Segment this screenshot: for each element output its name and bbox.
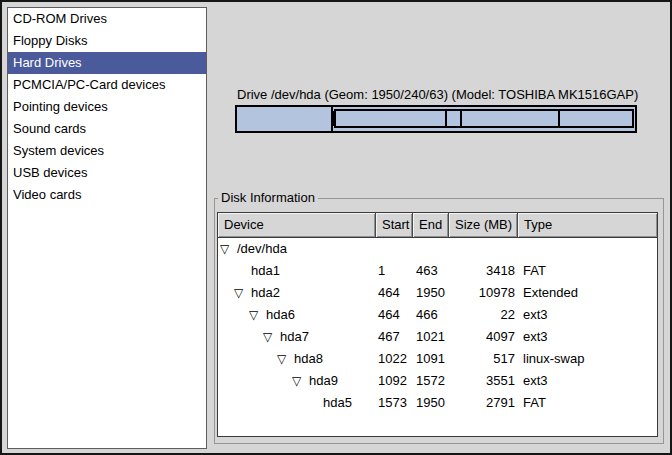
table-row-hda8[interactable]: ▽ hda8 1022 1091 517 linux-swap (218, 348, 657, 370)
table-body: ▽ /dev/hda hda1 1 463 3418 (218, 238, 657, 436)
type-cell (518, 238, 657, 260)
start-cell (376, 238, 413, 260)
end-cell: 1950 (413, 282, 449, 304)
start-cell: 1573 (376, 392, 413, 414)
device-label: hda7 (280, 326, 309, 348)
table-header-row: Device Start End Size (MB) Type (218, 213, 657, 238)
sidebar-item-hard-drives[interactable]: Hard Drives (8, 52, 206, 74)
size-cell: 22 (449, 304, 518, 326)
sidebar-item-pointing-devices[interactable]: Pointing devices (8, 96, 206, 118)
type-cell: ext3 (518, 304, 657, 326)
column-header-end[interactable]: End (413, 213, 449, 237)
sidebar-item-pcmcia-devices[interactable]: PCMCIA/PC-Card devices (8, 74, 206, 96)
device-cell: ▽ /dev/hda (218, 238, 376, 260)
expander-open-icon[interactable]: ▽ (292, 370, 309, 392)
table-row-hda5[interactable]: hda5 1573 1950 2791 FAT (218, 392, 657, 414)
device-cell: hda1 (218, 260, 376, 282)
device-cell: ▽ hda2 (218, 282, 376, 304)
logical-boundary-hda9 (558, 111, 560, 126)
logical-boundary-hda7 (445, 111, 447, 126)
device-cell: ▽ hda9 (218, 370, 376, 392)
end-cell: 463 (413, 260, 449, 282)
size-cell (449, 238, 518, 260)
expander-open-icon[interactable]: ▽ (220, 238, 237, 260)
size-cell: 3551 (449, 370, 518, 392)
start-cell: 1022 (376, 348, 413, 370)
device-cell: ▽ hda7 (218, 326, 376, 348)
device-label: hda1 (251, 260, 280, 282)
device-cell: hda5 (218, 392, 376, 414)
device-cell: ▽ hda8 (218, 348, 376, 370)
start-cell: 1 (376, 260, 413, 282)
end-cell: 466 (413, 304, 449, 326)
hardware-browser-window: CD-ROM Drives Floppy Disks Hard Drives P… (0, 0, 672, 455)
type-cell: FAT (518, 392, 657, 414)
table-row-hda2[interactable]: ▽ hda2 464 1950 10978 Extended (218, 282, 657, 304)
device-label: /dev/hda (237, 238, 287, 260)
size-cell: 4097 (449, 326, 518, 348)
column-header-size[interactable]: Size (MB) (449, 213, 518, 237)
column-header-start[interactable]: Start (376, 213, 413, 237)
extended-partition-box-hda2 (334, 109, 634, 128)
disk-info-table: Device Start End Size (MB) Type ▽ /dev/h… (217, 212, 658, 437)
device-cell: ▽ hda6 (218, 304, 376, 326)
size-cell: 10978 (449, 282, 518, 304)
size-cell: 3418 (449, 260, 518, 282)
start-cell: 464 (376, 282, 413, 304)
logical-boundary-hda6 (332, 111, 334, 126)
device-label: hda6 (266, 304, 295, 326)
end-cell: 1950 (413, 392, 449, 414)
device-category-list: CD-ROM Drives Floppy Disks Hard Drives P… (7, 7, 207, 449)
column-header-device[interactable]: Device (218, 213, 376, 237)
device-label: hda9 (309, 370, 338, 392)
table-row-hda6[interactable]: ▽ hda6 464 466 22 ext3 (218, 304, 657, 326)
sidebar-item-sound-cards[interactable]: Sound cards (8, 118, 206, 140)
end-cell: 1572 (413, 370, 449, 392)
end-cell: 1021 (413, 326, 449, 348)
type-cell: FAT (518, 260, 657, 282)
end-cell: 1091 (413, 348, 449, 370)
table-row-hda7[interactable]: ▽ hda7 467 1021 4097 ext3 (218, 326, 657, 348)
disk-information-frame: Disk Information Device Start End Size (… (214, 198, 664, 444)
size-cell: 517 (449, 348, 518, 370)
expander-open-icon[interactable]: ▽ (263, 326, 280, 348)
drive-summary-label: Drive /dev/hda (Geom: 1950/240/63) (Mode… (237, 87, 638, 102)
start-cell: 1092 (376, 370, 413, 392)
type-cell: ext3 (518, 370, 657, 392)
table-row-hda9[interactable]: ▽ hda9 1092 1572 3551 ext3 (218, 370, 657, 392)
start-cell: 464 (376, 304, 413, 326)
sidebar-item-system-devices[interactable]: System devices (8, 140, 206, 162)
expander-open-icon[interactable]: ▽ (277, 348, 294, 370)
device-label: hda8 (294, 348, 323, 370)
size-cell: 2791 (449, 392, 518, 414)
expander-open-icon[interactable]: ▽ (234, 282, 251, 304)
column-header-type[interactable]: Type (518, 213, 657, 237)
end-cell (413, 238, 449, 260)
partition-bar (235, 105, 637, 133)
device-label: hda2 (251, 282, 280, 304)
start-cell: 467 (376, 326, 413, 348)
sidebar-item-cdrom-drives[interactable]: CD-ROM Drives (8, 8, 206, 30)
type-cell: linux-swap (518, 348, 657, 370)
sidebar-item-floppy-disks[interactable]: Floppy Disks (8, 30, 206, 52)
device-label: hda5 (323, 392, 352, 414)
disk-information-frame-label: Disk Information (218, 190, 318, 205)
logical-boundary-hda8 (460, 111, 462, 126)
type-cell: ext3 (518, 326, 657, 348)
type-cell: Extended (518, 282, 657, 304)
table-row-dev-hda[interactable]: ▽ /dev/hda (218, 238, 657, 260)
sidebar-item-usb-devices[interactable]: USB devices (8, 162, 206, 184)
expander-open-icon[interactable]: ▽ (249, 304, 266, 326)
sidebar-item-video-cards[interactable]: Video cards (8, 184, 206, 206)
table-row-hda1[interactable]: hda1 1 463 3418 FAT (218, 260, 657, 282)
